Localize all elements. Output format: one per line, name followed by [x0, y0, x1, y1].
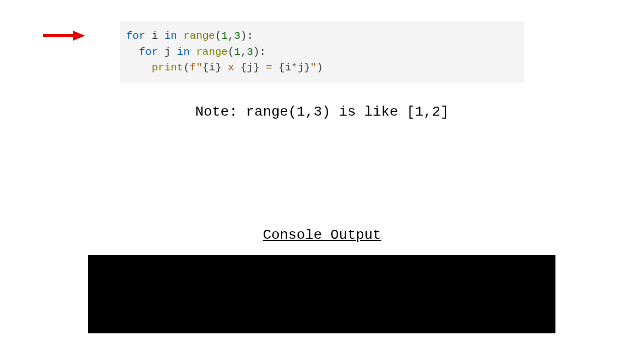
code-block: for i in range(1,3): for j in range(1,3)…	[120, 22, 524, 82]
keyword-in: in	[165, 30, 177, 42]
code-line-3: print(f"{i} x {j} = {i*j}")	[126, 60, 518, 76]
console-output-heading: Console Output	[0, 227, 644, 243]
code-line-2: for j in range(1,3):	[126, 44, 518, 60]
fn-range: range	[183, 30, 215, 42]
pointer-arrow-icon	[43, 30, 86, 44]
keyword-in: in	[177, 46, 190, 58]
code-line-1: for i in range(1,3):	[126, 28, 518, 44]
console-output-panel	[88, 255, 555, 333]
fn-range: range	[196, 46, 228, 58]
svg-marker-1	[73, 31, 85, 41]
fn-print: print	[151, 62, 183, 73]
keyword-for: for	[139, 46, 158, 58]
keyword-for: for	[126, 30, 145, 42]
note-text: Note: range(1,3) is like [1,2]	[0, 104, 644, 120]
